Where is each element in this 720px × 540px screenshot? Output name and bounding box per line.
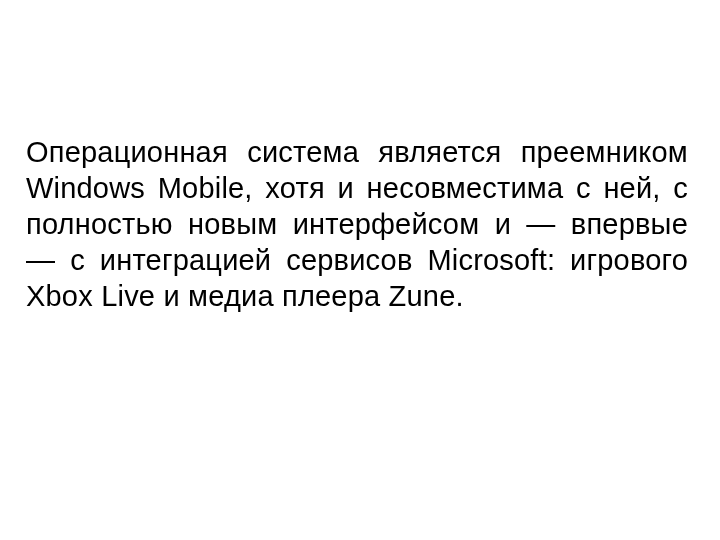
body-paragraph: Операционная система является преемником… [26,135,688,315]
